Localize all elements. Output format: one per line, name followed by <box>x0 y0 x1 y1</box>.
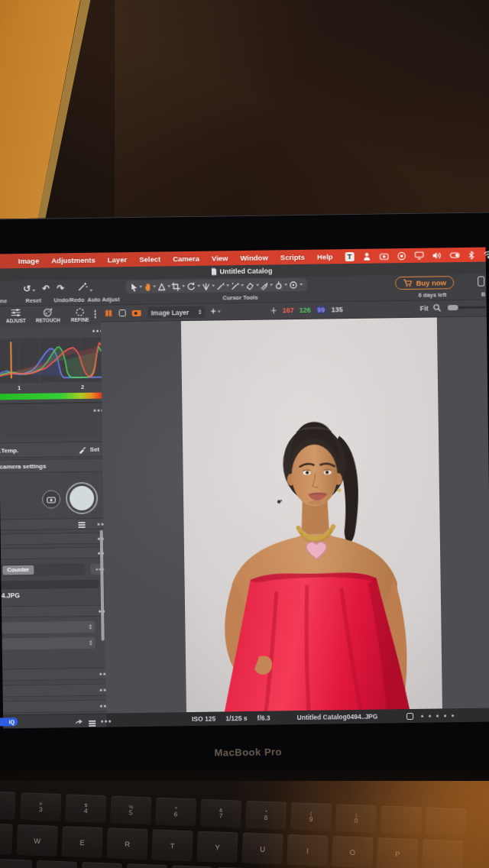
chevron-down-icon <box>300 283 303 286</box>
viewer-canvas[interactable] <box>101 317 489 714</box>
panel-row <box>3 700 106 714</box>
layer-select[interactable]: Image Layer <box>148 306 205 319</box>
fill-mask-tool[interactable] <box>274 280 287 290</box>
white-balance-picker-tool[interactable] <box>289 280 303 289</box>
menu-camera[interactable]: Camera <box>173 254 199 263</box>
panel-row <box>1 533 104 546</box>
list-icon[interactable] <box>78 522 85 523</box>
chevron-down-icon <box>32 289 35 291</box>
tab-retouch[interactable]: RETOUCH <box>34 307 62 323</box>
dropdown-field[interactable] <box>2 637 96 650</box>
zoom-slider-knob[interactable] <box>448 305 458 310</box>
label-auto-adjust: Auto Adjust <box>87 296 119 303</box>
picker-pen-icon[interactable] <box>78 445 86 453</box>
panel-row <box>2 684 105 698</box>
straighten-tool[interactable] <box>202 281 215 290</box>
single-view-icon[interactable] <box>119 309 126 316</box>
toggle-icon[interactable] <box>449 251 459 260</box>
exposure-gradient-bar[interactable] <box>0 393 102 400</box>
chevron-down-icon <box>89 627 92 629</box>
menu-scripts[interactable]: Scripts <box>280 253 305 261</box>
aperture-value: f/6.3 <box>257 714 270 722</box>
live-view-button[interactable] <box>42 490 60 508</box>
viewer-column: Image Layer + 167 126 99 135 Fit <box>101 300 489 727</box>
menu-select[interactable]: Select <box>139 255 160 264</box>
dark-curtain <box>115 0 489 237</box>
macbook-display: Image Adjustments Layer Select Camera Vi… <box>0 212 489 775</box>
camera-status-icon[interactable] <box>379 252 388 260</box>
zoom-slider[interactable] <box>446 306 486 309</box>
thumbnail-dots[interactable] <box>421 714 423 717</box>
more-tabs-icon[interactable] <box>94 310 96 313</box>
share-arrow-icon[interactable] <box>74 717 83 725</box>
crop-tool[interactable] <box>171 282 185 291</box>
histogram-more-icon[interactable] <box>92 330 95 332</box>
reset-button[interactable]: ↺ <box>23 283 35 293</box>
label-undo-redo: Undo/Redo <box>53 296 84 304</box>
buy-now-button[interactable]: Buy now <box>395 276 454 290</box>
menu-help[interactable]: Help <box>317 252 333 261</box>
tab-refine-label: REFINE <box>71 317 89 322</box>
refine-icon <box>75 307 86 316</box>
lamp-glow <box>0 781 489 868</box>
panel-footer: iQ <box>3 714 106 729</box>
select-tool[interactable] <box>130 282 142 291</box>
more-icon[interactable] <box>93 410 96 412</box>
tab-refine[interactable]: REFINE <box>66 307 94 323</box>
rotate-tool[interactable] <box>186 281 200 290</box>
loupe-tool[interactable] <box>157 282 170 291</box>
menu-view[interactable]: View <box>212 254 228 262</box>
rgb-green-value: 126 <box>300 306 311 314</box>
menu-adjustments[interactable]: Adjustments <box>51 256 96 265</box>
draw-mask-tool[interactable] <box>216 281 229 290</box>
user-icon[interactable] <box>362 251 371 261</box>
erase-mask-tool[interactable] <box>245 280 259 290</box>
sliders-icon <box>11 308 21 317</box>
menu-image[interactable]: Image <box>18 257 40 265</box>
app-t-icon[interactable]: T <box>345 251 354 261</box>
grid-view-icon[interactable] <box>105 309 112 316</box>
more-icon[interactable] <box>98 523 100 526</box>
quality-badge[interactable]: iQ <box>0 717 18 726</box>
zoom-fit-select[interactable]: Fit <box>420 304 429 312</box>
name-format-field[interactable]: Counter <box>1 563 85 577</box>
histogram <box>0 338 102 384</box>
record-icon[interactable] <box>397 251 406 261</box>
auto-adjust-button[interactable] <box>77 281 92 293</box>
pan-tool-selected[interactable] <box>144 282 156 291</box>
name-preview-field[interactable] <box>2 580 99 590</box>
more-icon[interactable] <box>100 705 102 708</box>
panel-body: 1 2 .Temp. Set <box>0 326 106 715</box>
magnifier-icon[interactable] <box>433 303 442 312</box>
display-icon[interactable] <box>414 251 423 260</box>
next-capture-filename: 4.JPG <box>2 591 20 599</box>
volume-icon[interactable] <box>432 251 441 260</box>
menu-status-icons: T <box>345 249 489 261</box>
more-icon[interactable] <box>99 673 102 675</box>
heal-tool[interactable] <box>261 280 274 290</box>
set-button[interactable]: Set <box>90 445 100 452</box>
redo-button[interactable]: ↷ <box>57 283 64 293</box>
rating-checkbox[interactable] <box>406 712 413 719</box>
more-icon[interactable] <box>101 720 103 722</box>
add-layer-button[interactable]: + <box>211 306 221 316</box>
capture-button[interactable] <box>66 482 99 515</box>
more-icon[interactable] <box>100 689 102 691</box>
menu-layer[interactable]: Layer <box>108 255 128 264</box>
magic-brush-tool[interactable] <box>231 280 244 290</box>
camera-settings-row[interactable]: camera settings <box>0 458 103 474</box>
chevron-down-icon <box>256 284 259 287</box>
exposure-marker-2: 2 <box>81 384 84 390</box>
list-icon[interactable] <box>89 721 96 722</box>
tab-adjust[interactable]: ADJUST <box>2 308 30 324</box>
proof-view-icon[interactable] <box>132 309 141 316</box>
menu-window[interactable]: Window <box>240 254 267 263</box>
temp-label: .Temp. <box>0 447 18 454</box>
bluetooth-icon[interactable] <box>468 250 474 259</box>
wifi-icon[interactable] <box>483 250 489 258</box>
status-filename: Untitled Catalog0494..JPG <box>297 713 378 721</box>
counter-token[interactable]: Counter <box>2 565 34 575</box>
undo-button[interactable]: ↶ <box>42 283 50 293</box>
device-icon[interactable] <box>478 277 484 287</box>
dropdown-field[interactable] <box>2 621 95 634</box>
